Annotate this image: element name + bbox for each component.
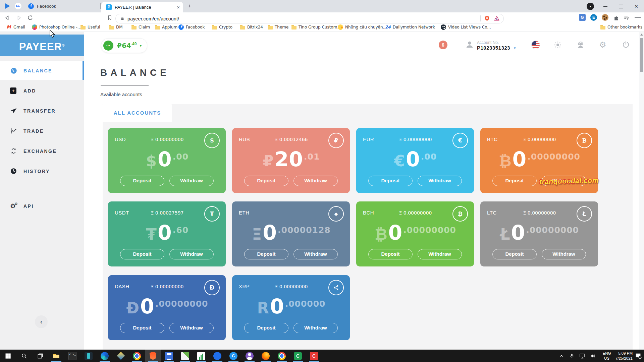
sidebar-collapse-button[interactable]: ‹: [35, 315, 48, 328]
brave-icon[interactable]: [145, 350, 161, 362]
forward-button[interactable]: [15, 14, 22, 21]
tab-all-accounts[interactable]: ALL ACCOUNTS: [103, 104, 172, 122]
sidebar-item-trade[interactable]: TRADE: [0, 121, 84, 140]
notification-badge[interactable]: 6: [439, 41, 447, 49]
address-bar[interactable]: payeer.com/en/account/: [115, 14, 504, 23]
bookmark-flag-icon[interactable]: [107, 15, 113, 21]
new-tab-button[interactable]: +: [188, 3, 191, 9]
settings-gear-icon[interactable]: ⚙: [599, 41, 606, 49]
bookmark-theme[interactable]: Theme: [268, 24, 288, 29]
support-headset-icon[interactable]: [576, 41, 585, 49]
withdraw-button[interactable]: Withdraw: [169, 323, 214, 333]
deposit-button[interactable]: Deposit: [120, 176, 164, 186]
deposit-button[interactable]: Deposit: [368, 176, 413, 186]
person-app-icon[interactable]: [241, 350, 258, 362]
deposit-button[interactable]: Deposit: [492, 176, 537, 186]
logout-power-icon[interactable]: [622, 41, 630, 49]
edge-icon[interactable]: [97, 350, 113, 362]
tray-volume-icon[interactable]: [590, 350, 596, 362]
tray-clock[interactable]: 5:09 PM7/25/2021: [613, 350, 633, 362]
chrome-profile2-icon[interactable]: [274, 350, 290, 362]
bookmark-nhung-cau-chuyen[interactable]: Những câu chuyện...: [338, 24, 387, 30]
tray-chevron-up-icon[interactable]: [559, 350, 564, 362]
window-close-button[interactable]: ×: [631, 0, 641, 12]
sidebar-item-exchange[interactable]: EXCHANGE: [0, 141, 84, 161]
scrollbar-thumb[interactable]: [640, 38, 643, 72]
withdraw-button[interactable]: Withdraw: [169, 249, 214, 259]
device-app-icon[interactable]: [80, 350, 97, 362]
terminal-icon[interactable]: C:\_: [64, 350, 80, 362]
notepad-app-icon[interactable]: [177, 350, 193, 362]
pinned-tab-zalo[interactable]: Zalo: [15, 3, 21, 9]
cookie-extension-icon[interactable]: [602, 14, 608, 21]
sidebar-item-api[interactable]: ⚙⚙ API: [0, 196, 84, 216]
tray-microphone-icon[interactable]: [569, 350, 575, 362]
deposit-button[interactable]: Deposit: [368, 249, 413, 259]
task-view-icon[interactable]: [32, 350, 48, 362]
bookmark-facebook[interactable]: fFacebook: [178, 24, 205, 30]
tray-language-indicator[interactable]: ENGUS: [600, 350, 613, 362]
bookmark-photoshop[interactable]: Photoshop Online -...: [32, 24, 81, 30]
sidebar-item-add[interactable]: + ADD: [0, 81, 84, 100]
bookmark-dailymotion[interactable]: 24Dailymotion Network: [385, 24, 435, 30]
bat-rewards-icon[interactable]: [493, 15, 500, 21]
window-minimize-button[interactable]: [600, 0, 610, 12]
firefox-icon[interactable]: [258, 350, 274, 362]
bookmark-tino-group[interactable]: Tino Group Custom...: [291, 24, 341, 29]
deposit-button[interactable]: Deposit: [244, 323, 288, 333]
account-number[interactable]: P1023351323: [477, 45, 510, 51]
tab-payeer-active[interactable]: P PAYEER | Balance ×: [101, 2, 183, 12]
playlist-icon[interactable]: [623, 14, 630, 21]
other-bookmarks[interactable]: Other bookmarks: [600, 24, 642, 29]
deposit-button[interactable]: Deposit: [244, 176, 288, 186]
chevron-down-icon[interactable]: ▾: [514, 46, 516, 50]
deposit-button[interactable]: Deposit: [492, 249, 537, 259]
scroll-up-arrow[interactable]: [640, 34, 643, 36]
extensions-puzzle-icon[interactable]: [613, 14, 620, 21]
bookmark-gmail[interactable]: MGmail: [6, 24, 25, 30]
bookmark-claim[interactable]: Claim: [131, 24, 150, 29]
floppy-save-app-icon[interactable]: [161, 350, 177, 362]
stats-app-icon[interactable]: [193, 350, 209, 362]
sidebar-item-transfer[interactable]: TRANSFER: [0, 101, 84, 120]
back-button[interactable]: [4, 14, 11, 21]
withdraw-button[interactable]: Withdraw: [418, 249, 462, 259]
deposit-button[interactable]: Deposit: [244, 249, 288, 259]
tray-network-icon[interactable]: [579, 350, 586, 362]
bookmark-dm[interactable]: DM: [109, 24, 123, 29]
chrome-icon[interactable]: [129, 350, 145, 362]
translate-extension-icon[interactable]: G: [579, 14, 586, 21]
withdraw-button[interactable]: Withdraw: [169, 176, 214, 186]
pinned-tab-play-icon[interactable]: [5, 3, 10, 9]
avatar-icon[interactable]: [465, 40, 474, 49]
action-center-icon[interactable]: 1: [635, 350, 642, 362]
evernote-extension-icon[interactable]: E: [590, 14, 597, 21]
withdraw-button[interactable]: Withdraw: [542, 249, 586, 259]
search-icon[interactable]: [16, 350, 32, 362]
media-control-button[interactable]: ▾: [587, 3, 594, 10]
red-c-app-icon[interactable]: C: [306, 350, 322, 362]
window-maximize-button[interactable]: [616, 0, 626, 12]
language-flag-us[interactable]: [531, 41, 540, 49]
sidebar-item-balance[interactable]: BALANCE: [0, 61, 84, 80]
chrome-c-profile-icon[interactable]: C: [225, 350, 241, 362]
deposit-button[interactable]: Deposit: [120, 249, 164, 259]
balance-chip[interactable]: ••• ₽64 .49 ▾: [101, 38, 147, 53]
brave-shield-icon[interactable]: [484, 15, 490, 22]
tab-facebook[interactable]: f Facebook: [23, 0, 100, 12]
deposit-button[interactable]: Deposit: [120, 323, 164, 333]
file-explorer-icon[interactable]: [48, 350, 64, 362]
camtasia-icon[interactable]: C: [290, 350, 306, 362]
withdraw-button[interactable]: Withdraw: [293, 176, 338, 186]
withdraw-button[interactable]: Withdraw: [293, 323, 338, 333]
thumb-app-icon[interactable]: [209, 350, 225, 362]
withdraw-button[interactable]: Withdraw: [293, 249, 338, 259]
sidebar-item-history[interactable]: HISTORY: [0, 162, 84, 181]
lock-icon[interactable]: [120, 16, 125, 21]
bookmark-video-list-views[interactable]: Video List Views Co...: [441, 24, 491, 30]
withdraw-button[interactable]: Withdraw: [418, 176, 462, 186]
bookmark-crypto[interactable]: Crypto: [212, 24, 232, 29]
bookmark-useful[interactable]: Useful: [80, 24, 100, 29]
url-text[interactable]: payeer.com/en/account/: [127, 16, 179, 21]
diamond-app-icon[interactable]: [113, 350, 129, 362]
